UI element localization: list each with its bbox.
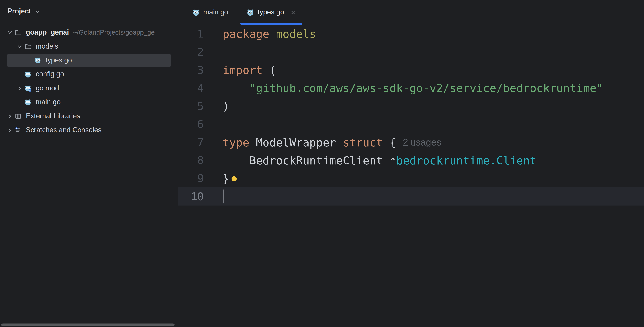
- go-file-icon: [193, 9, 200, 16]
- code-line-6[interactable]: 6: [178, 115, 644, 133]
- tree-item-label: External Libraries: [26, 112, 80, 121]
- chevron-down-icon[interactable]: [15, 43, 25, 50]
- line-number[interactable]: 9: [178, 172, 222, 184]
- editor-lines: 1package models23import (4 "github.com/a…: [178, 25, 644, 205]
- folder-icon: [25, 43, 32, 50]
- code-line-4[interactable]: 4 "github.com/aws/aws-sdk-go-v2/service/…: [178, 79, 644, 97]
- gutter-separator: [222, 25, 222, 327]
- code-token: BedrockRuntimeClient *: [222, 154, 396, 167]
- tree-item-label: main.go: [36, 98, 60, 106]
- go-icon: [25, 99, 32, 106]
- gomod-icon: [25, 85, 32, 92]
- code-text: }: [222, 172, 238, 185]
- text-cursor: [222, 190, 223, 203]
- goland-ide-window: Project goapp_genai~/GolandProjects/goap…: [0, 0, 644, 327]
- chevron-right-icon[interactable]: [15, 85, 25, 92]
- code-token: {: [383, 136, 396, 148]
- line-number[interactable]: 1: [178, 28, 222, 40]
- tab-main-go[interactable]: main.go: [184, 0, 236, 25]
- code-text: import (: [222, 64, 276, 76]
- code-token: import: [222, 64, 263, 76]
- code-line-2[interactable]: 2: [178, 43, 644, 61]
- code-line-3[interactable]: 3import (: [178, 61, 644, 79]
- code-line-7[interactable]: 7type ModelWrapper struct {2 usages: [178, 133, 644, 151]
- tree-item-go-mod[interactable]: go.mod: [0, 81, 178, 95]
- code-line-9[interactable]: 9}: [178, 169, 644, 187]
- tab-types-go[interactable]: types.go: [239, 0, 304, 25]
- code-text: BedrockRuntimeClient *bedrockruntime.Cli…: [222, 154, 536, 167]
- code-token: (: [263, 64, 276, 76]
- code-token: }: [222, 172, 229, 185]
- tree-item-label: Scratches and Consoles: [26, 126, 102, 134]
- tree-item-main-go[interactable]: main.go: [0, 95, 178, 109]
- line-number[interactable]: 7: [178, 136, 222, 148]
- code-token: models: [276, 27, 316, 40]
- go-icon: [25, 71, 32, 78]
- chevron-spacer: [15, 99, 25, 106]
- editor-area: main.go types.go 1package models23import…: [178, 0, 644, 327]
- code-line-8[interactable]: 8 BedrockRuntimeClient *bedrockruntime.C…: [178, 151, 644, 169]
- line-number[interactable]: 2: [178, 46, 222, 58]
- scratches-icon: [15, 127, 22, 134]
- code-token: [222, 82, 249, 94]
- code-token: type: [222, 136, 249, 148]
- go-file-icon: [247, 9, 254, 16]
- project-panel-header[interactable]: Project: [0, 0, 178, 23]
- tree-item-external-libraries[interactable]: External Libraries: [0, 109, 178, 123]
- tree-item-models[interactable]: models: [0, 40, 178, 53]
- tree-item-types-go[interactable]: types.go: [0, 53, 178, 67]
- go-icon: [34, 57, 42, 64]
- chevron-down-icon[interactable]: [34, 8, 40, 15]
- chevron-spacer: [15, 71, 25, 78]
- line-number[interactable]: 5: [178, 100, 222, 112]
- editor-tab-bar: main.go types.go: [178, 0, 644, 25]
- code-token: package: [222, 27, 270, 40]
- line-number[interactable]: 6: [178, 118, 222, 130]
- tree-item-label: models: [36, 43, 58, 51]
- panel-title: Project: [7, 7, 31, 16]
- tree-item-label: goapp_genai: [26, 28, 69, 37]
- horizontal-scrollbar-thumb[interactable]: [1, 323, 174, 326]
- code-token: struct: [343, 136, 383, 148]
- folder-icon: [15, 29, 22, 36]
- tree-item-scratches-and-consoles[interactable]: Scratches and Consoles: [0, 123, 178, 137]
- tree-item-label: config.go: [36, 70, 64, 79]
- editor[interactable]: 1package models23import (4 "github.com/a…: [178, 25, 644, 327]
- chevron-down-icon[interactable]: [5, 29, 15, 36]
- code-text: package models: [222, 27, 316, 40]
- project-tree: goapp_genai~/GolandProjects/goapp_gemode…: [0, 26, 178, 137]
- chevron-spacer: [25, 57, 34, 64]
- library-icon: [15, 113, 22, 120]
- code-token: ModelWrapper: [249, 136, 343, 148]
- line-number[interactable]: 8: [178, 154, 222, 166]
- code-text: ): [222, 100, 229, 112]
- tree-item-path: ~/GolandProjects/goapp_ge: [73, 29, 155, 36]
- code-token: "github.com/aws/aws-sdk-go-v2/service/be…: [249, 82, 603, 94]
- tree-item-label: go.mod: [36, 84, 59, 93]
- tree-item-config-go[interactable]: config.go: [0, 68, 178, 81]
- line-number[interactable]: 4: [178, 82, 222, 94]
- close-tab-icon[interactable]: [290, 10, 296, 15]
- code-token: ): [222, 100, 229, 112]
- code-text: "github.com/aws/aws-sdk-go-v2/service/be…: [222, 82, 603, 94]
- tab-label: types.go: [258, 8, 284, 17]
- line-number[interactable]: 3: [178, 64, 222, 76]
- chevron-right-icon[interactable]: [5, 127, 15, 134]
- chevron-right-icon[interactable]: [5, 113, 15, 120]
- usages-inlay-hint[interactable]: 2 usages: [403, 137, 441, 148]
- tree-item-goapp-genai[interactable]: goapp_genai~/GolandProjects/goapp_ge: [0, 26, 178, 39]
- tab-label: main.go: [203, 8, 228, 17]
- code-token: [270, 27, 276, 40]
- tree-item-label: types.go: [46, 56, 72, 65]
- project-tool-window: Project goapp_genai~/GolandProjects/goap…: [0, 0, 178, 327]
- code-line-1[interactable]: 1package models: [178, 25, 644, 43]
- code-line-10[interactable]: 10: [178, 187, 644, 205]
- intention-lightbulb-icon[interactable]: [230, 175, 238, 184]
- code-line-5[interactable]: 5): [178, 97, 644, 115]
- code-text: type ModelWrapper struct {2 usages: [222, 136, 441, 148]
- line-number[interactable]: 10: [178, 190, 222, 203]
- code-token: bedrockruntime.Client: [396, 154, 536, 167]
